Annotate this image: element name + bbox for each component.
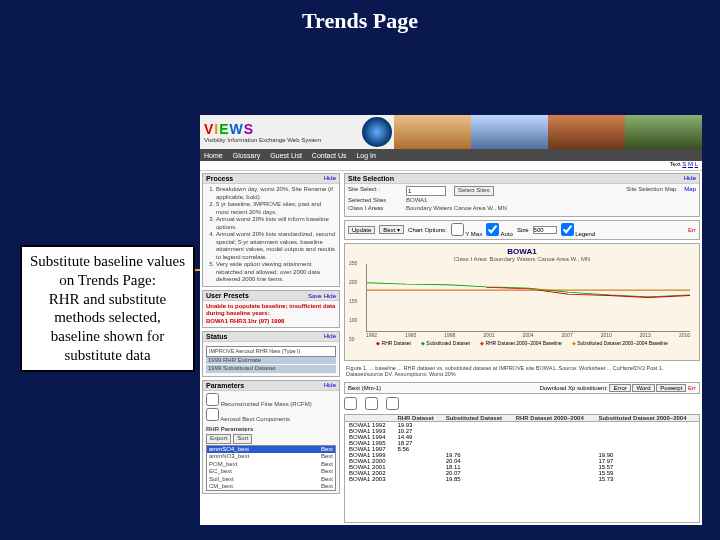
param-item: Soil_bextBext [207, 476, 335, 484]
chart-panel: BOWA1 Class I Area: Boundary Waters Cano… [344, 243, 700, 361]
param-export-button[interactable]: Export [206, 434, 231, 444]
process-item: Annual worst 20% lists standardized, sec… [216, 231, 336, 261]
param-item: EC_bextBext [207, 468, 335, 476]
param-item: ammNO3_bextBext [207, 453, 335, 461]
slide-title: Trends Page [0, 8, 720, 34]
textsize-label: Text [670, 161, 681, 167]
chart-opts-label: Chart Options: [408, 227, 447, 233]
process-item: Very wide option viewing attainment reba… [216, 261, 336, 284]
nav-login[interactable]: Log In [356, 152, 375, 159]
var-select[interactable]: Bext ▾ [379, 225, 404, 234]
cb-rcfm-label: Reconstructed Fine Mass (RCFM) [221, 401, 312, 407]
status-hide[interactable]: Hide [324, 333, 336, 340]
site-sel-title: Site Selection [348, 175, 394, 182]
globe-icon [362, 117, 392, 147]
table-row: BOWA1 200319.8515.73 [345, 476, 699, 482]
logo-tagline: Visibility Information Exchange Web Syst… [204, 137, 360, 143]
chart-subtitle: Class I Area: Boundary Waters Canoe Area… [348, 256, 696, 262]
preset-warning: Unable to populate baseline; insufficien… [206, 303, 336, 326]
filter-cb-1[interactable] [344, 397, 357, 410]
process-title: Process [206, 175, 233, 182]
class1-label: Class I Areas [348, 205, 398, 213]
parameters-title: Parameters [206, 382, 244, 389]
process-panel: Process Hide Breakdown day, worst 20%, S… [202, 173, 340, 287]
status-panel: Status Hide IMPROVE Aerosol RHR New (Typ… [202, 331, 340, 377]
select-sites-button[interactable]: Select Sites [454, 186, 494, 196]
text-size-strip: Text S M L [200, 161, 702, 171]
parameters-panel: Parameters Hide Reconstructed Fine Mass … [202, 380, 340, 494]
nav-guestlist[interactable]: Guest List [270, 152, 302, 159]
callout-box: Substitute baseline values on Trends Pag… [20, 245, 195, 372]
textsize-s[interactable]: S [682, 161, 686, 167]
chart-options-bar: Update Bext ▾ Chart Options: Y Max Auto … [344, 220, 700, 240]
preset-save[interactable]: Save [308, 293, 322, 299]
data-table-panel: RHR Dataset Substituted Dataset RHR Data… [344, 414, 700, 523]
cb-auto[interactable] [486, 223, 499, 236]
logo-e: E [219, 121, 229, 137]
selected-sites-label: Selected Sites [348, 197, 398, 205]
param-item: POM_bextBext [207, 461, 335, 469]
data-table: RHR Dataset Substituted Dataset RHR Data… [345, 415, 699, 482]
status-readout: IMPROVE Aerosol RHR New (Type I) [206, 346, 336, 357]
process-item: 5 yr baseline, IMPROVE sites; past and m… [216, 201, 336, 216]
update-button[interactable]: Update [348, 226, 375, 234]
process-item: Annual worst 20% lists will inform basel… [216, 216, 336, 231]
nav-contact[interactable]: Contact Us [312, 152, 347, 159]
class1-val: Boundary Waters Canoe Area W., MN [406, 205, 507, 213]
parameters-hide[interactable]: Hide [324, 382, 336, 389]
user-presets-title: User Presets [206, 292, 249, 299]
chart-yaxis: 250 200 150 100 50 [349, 260, 357, 342]
size-label: Size [517, 227, 529, 233]
logo-w: W [230, 121, 244, 137]
views-app: VIEWS Visibility Information Exchange We… [200, 115, 702, 525]
size-input[interactable] [533, 226, 557, 234]
nav-glossary[interactable]: Glossary [233, 152, 261, 159]
process-item: Breakdown day, worst 20%, Site Rename (i… [216, 186, 336, 201]
filter-cb-2[interactable] [365, 397, 378, 410]
site-map-label: Site Selection Map [626, 186, 676, 196]
chart-legend: RHR Dataset Substituted Dataset RHR Data… [348, 340, 696, 346]
preset-hide[interactable]: Hide [324, 293, 336, 299]
logo-s: S [244, 121, 254, 137]
cb-bext-label: Aerosol Bext Components [220, 416, 290, 422]
site-select-label: Site Select : [348, 186, 398, 196]
site-sel-hide[interactable]: Hide [684, 175, 696, 182]
site-count-input[interactable] [406, 186, 446, 196]
banner-images [394, 115, 702, 149]
filter-cb-3[interactable] [386, 397, 399, 410]
dl-word[interactable]: Word [632, 384, 654, 392]
nav-bar: Home Glossary Guest List Contact Us Log … [200, 149, 702, 161]
cb-rcfm[interactable] [206, 393, 219, 406]
figure-caption: Figure 1. ... baseline ... RHR dataset v… [344, 364, 700, 379]
site-selection-panel: Site Selection Hide Site Select : Select… [344, 173, 700, 217]
status-row: 1999 Substituted Dataset [206, 365, 336, 373]
param-listbox[interactable]: ammSO4_bextBext ammNO3_bextBext POM_bext… [206, 445, 336, 491]
textsize-l[interactable]: L [695, 161, 698, 167]
callout-text: Substitute baseline values on Trends Pag… [30, 253, 185, 363]
chart-err-link[interactable]: Err [688, 227, 696, 233]
status-title: Status [206, 333, 227, 340]
param-item: ammSO4_bextBext [207, 446, 335, 454]
nav-home[interactable]: Home [204, 152, 223, 159]
cb-legend[interactable] [561, 223, 574, 236]
chart-xaxis: 1992 1995 1998 2001 2004 2007 2010 2013 … [366, 332, 690, 338]
cb-ymax[interactable] [451, 223, 464, 236]
textsize-m[interactable]: M [688, 161, 693, 167]
dl-left-label: Bext (Mm-1) [348, 385, 381, 391]
param-sort-button[interactable]: Sort [233, 434, 252, 444]
chart-plot [366, 264, 690, 332]
logo-v: V [204, 121, 214, 137]
views-logo: VIEWS Visibility Information Exchange We… [200, 115, 360, 149]
chart-title: BOWA1 [348, 247, 696, 256]
status-row: 1999 RHR Estimate [206, 357, 336, 365]
dl-err-link[interactable]: Err [688, 385, 696, 391]
site-map-link[interactable]: Map [684, 186, 696, 196]
rhr-group-label: RHR Parameters [206, 426, 336, 434]
param-item: CM_bextBext [207, 483, 335, 491]
dl-ppt[interactable]: Powerpt [656, 384, 686, 392]
dl-error[interactable]: Error [609, 384, 630, 392]
dl-label: Download Xp substituent: [540, 385, 608, 391]
download-bar: Bext (Mm-1) Download Xp substituent: Err… [344, 382, 700, 394]
cb-bext[interactable] [206, 408, 219, 421]
process-hide[interactable]: Hide [324, 175, 336, 182]
